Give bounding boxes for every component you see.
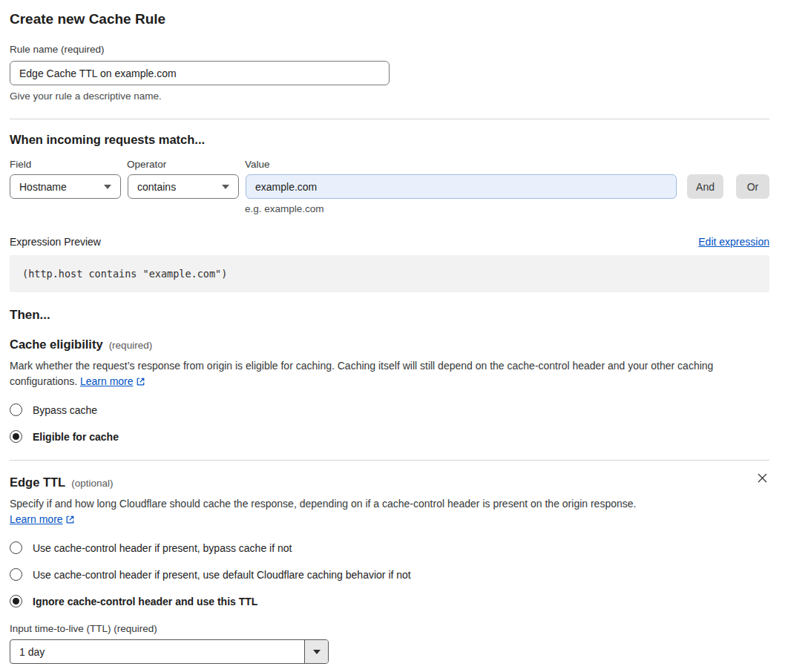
radio-option-use-header-bypass[interactable]: Use cache-control header if present, byp…: [10, 541, 769, 554]
value-input[interactable]: [246, 174, 677, 199]
expression-preview-row: Expression Preview Edit expression: [10, 236, 769, 248]
radio-label: Ignore cache-control header and use this…: [33, 596, 257, 607]
edge-ttl-heading-row: Edge TTL (optional): [10, 461, 769, 490]
edit-expression-link[interactable]: Edit expression: [698, 236, 769, 248]
match-expression-row: Hostname contains And Or: [10, 174, 769, 199]
field-select-value: Hostname: [19, 181, 67, 193]
radio-icon[interactable]: [10, 541, 22, 554]
edge-ttl-heading-group: Edge TTL (optional): [10, 475, 113, 490]
edge-ttl-description: Specify if and how long Cloudflare shoul…: [10, 496, 637, 527]
expression-code: (http.host contains "example.com"): [22, 268, 227, 280]
value-help: e.g. example.com: [245, 203, 769, 214]
cache-eligibility-description: Mark whether the request’s response from…: [10, 358, 759, 389]
cache-eligibility-heading: Cache eligibility: [10, 337, 103, 352]
operator-select-value: contains: [137, 181, 176, 193]
field-label: Field: [10, 159, 127, 170]
radio-option-eligible-for-cache[interactable]: Eligible for cache: [10, 430, 769, 443]
create-cache-rule-form: Create new Cache Rule Rule name (require…: [0, 0, 785, 664]
radio-icon[interactable]: [10, 568, 22, 581]
edge-ttl-description-text: Specify if and how long Cloudflare shoul…: [10, 498, 636, 510]
chevron-down-icon: [222, 185, 229, 189]
radio-option-bypass-cache[interactable]: Bypass cache: [10, 403, 769, 416]
ttl-input-label: Input time-to-live (TTL) (required): [10, 623, 769, 634]
field-select[interactable]: Hostname: [10, 174, 121, 199]
edge-ttl-optional-badge: (optional): [71, 478, 113, 489]
radio-label: Eligible for cache: [33, 431, 119, 443]
edge-ttl-heading: Edge TTL: [10, 475, 65, 490]
radio-label: Bypass cache: [33, 404, 97, 416]
chevron-down-icon: [313, 650, 321, 654]
radio-label: Use cache-control header if present, byp…: [33, 542, 292, 554]
match-column-labels: Field Operator Value: [10, 159, 769, 170]
then-heading: Then...: [10, 308, 769, 323]
section-divider: [10, 119, 769, 119]
radio-icon[interactable]: [10, 403, 22, 416]
cache-eligibility-heading-row: Cache eligibility (required): [10, 337, 769, 352]
rule-name-input[interactable]: [10, 61, 390, 85]
ttl-select[interactable]: 1 day: [10, 639, 329, 664]
learn-more-link[interactable]: Learn more: [80, 375, 134, 387]
expression-preview-box: (http.host contains "example.com"): [10, 255, 769, 292]
external-link-icon: [136, 377, 145, 386]
close-edge-ttl-button[interactable]: [755, 471, 769, 485]
operator-label: Operator: [127, 159, 245, 170]
rule-name-help: Give your rule a descriptive name.: [10, 90, 769, 102]
radio-label: Use cache-control header if present, use…: [33, 569, 411, 581]
cache-eligibility-required-badge: (required): [109, 340, 153, 351]
rule-name-label: Rule name (required): [10, 44, 769, 55]
value-label: Value: [245, 159, 769, 170]
ttl-select-value: 1 day: [10, 640, 304, 663]
and-button[interactable]: And: [687, 174, 723, 199]
or-button[interactable]: Or: [736, 174, 769, 199]
radio-selected-icon[interactable]: [10, 430, 22, 443]
radio-option-ignore-header-use-ttl[interactable]: Ignore cache-control header and use this…: [10, 595, 769, 607]
radio-option-use-header-default[interactable]: Use cache-control header if present, use…: [10, 568, 769, 581]
external-link-icon: [65, 515, 75, 524]
match-heading: When incoming requests match...: [10, 133, 769, 147]
expression-preview-label: Expression Preview: [10, 236, 101, 248]
ttl-select-dropdown-button[interactable]: [304, 640, 328, 663]
learn-more-link[interactable]: Learn more: [10, 513, 63, 525]
page-title: Create new Cache Rule: [10, 10, 769, 28]
operator-select[interactable]: contains: [128, 174, 239, 199]
chevron-down-icon: [104, 185, 111, 189]
radio-selected-icon[interactable]: [10, 595, 22, 607]
close-icon: [757, 472, 768, 484]
